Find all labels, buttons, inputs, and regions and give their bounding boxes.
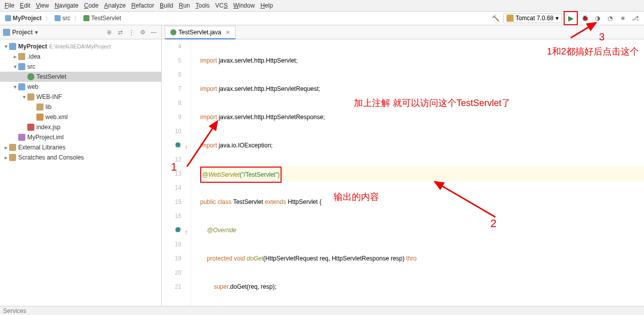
status-text[interactable]: Services	[3, 307, 26, 314]
class-icon	[83, 15, 89, 21]
scroll-from-source-icon[interactable]: ⊕	[105, 29, 114, 36]
menu-file[interactable]: File	[2, 1, 17, 10]
dropdown-icon: ▾	[556, 15, 559, 22]
breadcrumb: MyProject 〉 src 〉 TestServlet	[3, 14, 490, 23]
stop-button[interactable]: ■	[617, 13, 628, 24]
code-body[interactable]: import javax.servlet.http.HttpServlet; i…	[191, 39, 644, 306]
project-icon	[3, 29, 10, 36]
editor-tabs: TestServlet.java ✕	[162, 25, 644, 39]
tab-testservlet[interactable]: TestServlet.java ✕	[165, 26, 236, 39]
run-button-highlight: ▶	[564, 11, 578, 25]
breadcrumb-sep: 〉	[44, 14, 52, 23]
play-icon: ▶	[568, 14, 574, 22]
close-icon[interactable]: ✕	[225, 29, 230, 36]
tree-item-MyProject.iml[interactable]: MyProject.iml	[0, 132, 161, 142]
build-button[interactable]: 🔨	[490, 13, 501, 24]
tree-item-index.jsp[interactable]: index.jsp	[0, 122, 161, 132]
crumb-class[interactable]: TestServlet	[81, 14, 123, 22]
tree-item-web[interactable]: ▾web	[0, 82, 161, 92]
tree-item-WEB-INF[interactable]: ▾WEB-INF	[0, 92, 161, 102]
navigation-bar: MyProject 〉 src 〉 TestServlet 🔨 Tomcat 7…	[0, 11, 644, 25]
expand-all-icon[interactable]: ⇄	[116, 29, 125, 36]
main-menu: FileEditViewNavigateCodeAnalyzeRefactorB…	[0, 0, 644, 11]
run-config-label: Tomcat 7.0.68	[516, 15, 554, 22]
menu-build[interactable]: Build	[157, 1, 176, 10]
toolbar-right: 🔨 Tomcat 7.0.68 ▾ ▶ 🐞 ◑ ◔ ■ ⎇	[490, 11, 641, 25]
gutter[interactable]: 4567891011↑121314151617↑18192021	[162, 39, 191, 306]
editor: TestServlet.java ✕ 4567891011↑1213141516…	[162, 25, 644, 306]
menu-window[interactable]: Window	[231, 1, 257, 10]
tree-item-TestServlet[interactable]: TestServlet	[0, 72, 161, 82]
tree-item-lib[interactable]: lib	[0, 102, 161, 112]
status-bar: Services	[0, 306, 644, 315]
menu-navigate[interactable]: Navigate	[52, 1, 81, 10]
settings-icon[interactable]: ⚙	[138, 29, 147, 36]
tree-item-Scratches and Consoles[interactable]: ▸Scratches and Consoles	[0, 152, 161, 163]
git-button[interactable]: ⎇	[630, 13, 641, 24]
class-icon	[170, 29, 176, 35]
menu-tools[interactable]: Tools	[193, 1, 212, 10]
menu-analyze[interactable]: Analyze	[102, 1, 128, 10]
menu-refactor[interactable]: Refactor	[129, 1, 157, 10]
tree-item-web.xml[interactable]: web.xml	[0, 112, 161, 122]
folder-icon	[5, 15, 11, 21]
crumb-src[interactable]: src	[53, 14, 72, 22]
menu-code[interactable]: Code	[81, 1, 101, 10]
folder-icon	[55, 15, 61, 21]
tree-item-External Libraries[interactable]: ▸External Libraries	[0, 142, 161, 152]
tree-item-MyProject[interactable]: ▾MyProjectE:\IntelliJIEDA\MyProject	[0, 41, 161, 51]
run-config-selector[interactable]: Tomcat 7.0.68 ▾	[503, 13, 562, 23]
hide-icon[interactable]: —	[149, 29, 158, 36]
project-tree[interactable]: ▾MyProjectE:\IntelliJIEDA\MyProject▸.ide…	[0, 39, 161, 165]
tomcat-icon	[507, 15, 514, 22]
menu-edit[interactable]: Edit	[17, 1, 33, 10]
menu-help[interactable]: Help	[258, 1, 275, 10]
tree-item-.idea[interactable]: ▸.idea	[0, 51, 161, 62]
menu-run[interactable]: Run	[176, 1, 193, 10]
project-toolwindow: Project ▾ ⊕ ⇄ ⋮ ⚙ — ▾MyProjectE:\Intelli…	[0, 25, 162, 306]
coverage-button[interactable]: ◑	[592, 13, 603, 24]
debug-button[interactable]: 🐞	[579, 13, 590, 24]
run-button[interactable]: ▶	[565, 13, 576, 24]
project-header: Project ▾ ⊕ ⇄ ⋮ ⚙ —	[0, 25, 161, 39]
project-title[interactable]: Project ▾	[3, 29, 103, 36]
breadcrumb-sep: 〉	[73, 14, 81, 23]
crumb-project[interactable]: MyProject	[3, 14, 43, 22]
menu-view[interactable]: View	[33, 1, 52, 10]
collapse-icon[interactable]: ⋮	[127, 29, 136, 36]
menu-vcs[interactable]: VCS	[213, 1, 231, 10]
profile-button[interactable]: ◔	[605, 13, 616, 24]
tree-item-src[interactable]: ▾src	[0, 62, 161, 72]
tab-label: TestServlet.java	[178, 29, 221, 36]
